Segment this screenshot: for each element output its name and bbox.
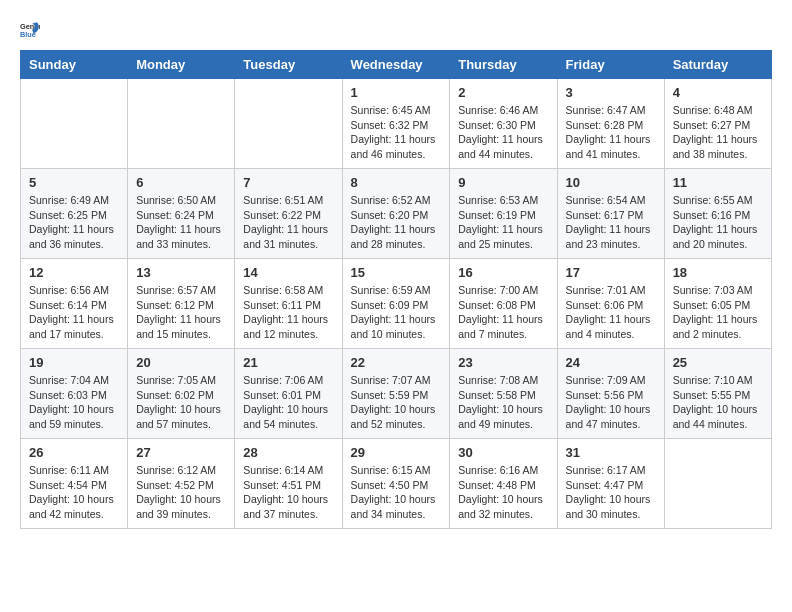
day-info: Sunrise: 6:54 AM [566, 193, 656, 208]
day-info: Daylight: 10 hours and 49 minutes. [458, 402, 548, 431]
day-info: Sunrise: 6:12 AM [136, 463, 226, 478]
day-number: 9 [458, 175, 548, 190]
calendar-cell: 31Sunrise: 6:17 AMSunset: 4:47 PMDayligh… [557, 439, 664, 529]
weekday-header-saturday: Saturday [664, 51, 771, 79]
day-info: Sunset: 4:50 PM [351, 478, 442, 493]
day-info: Sunrise: 6:17 AM [566, 463, 656, 478]
day-info: Daylight: 11 hours and 36 minutes. [29, 222, 119, 251]
day-info: Sunrise: 7:09 AM [566, 373, 656, 388]
calendar-cell: 4Sunrise: 6:48 AMSunset: 6:27 PMDaylight… [664, 79, 771, 169]
day-number: 15 [351, 265, 442, 280]
day-info: Daylight: 10 hours and 39 minutes. [136, 492, 226, 521]
day-number: 23 [458, 355, 548, 370]
week-row-2: 5Sunrise: 6:49 AMSunset: 6:25 PMDaylight… [21, 169, 772, 259]
day-number: 17 [566, 265, 656, 280]
calendar-cell: 26Sunrise: 6:11 AMSunset: 4:54 PMDayligh… [21, 439, 128, 529]
day-info: Daylight: 11 hours and 23 minutes. [566, 222, 656, 251]
day-number: 28 [243, 445, 333, 460]
day-info: Sunset: 6:03 PM [29, 388, 119, 403]
day-info: Sunrise: 6:53 AM [458, 193, 548, 208]
day-info: Sunrise: 6:50 AM [136, 193, 226, 208]
day-info: Daylight: 11 hours and 41 minutes. [566, 132, 656, 161]
day-number: 6 [136, 175, 226, 190]
day-info: Sunset: 6:32 PM [351, 118, 442, 133]
day-info: Sunset: 6:02 PM [136, 388, 226, 403]
logo: General Blue [20, 20, 44, 40]
day-info: Sunrise: 6:51 AM [243, 193, 333, 208]
day-number: 29 [351, 445, 442, 460]
day-info: Sunset: 4:54 PM [29, 478, 119, 493]
day-info: Daylight: 11 hours and 33 minutes. [136, 222, 226, 251]
calendar-cell: 17Sunrise: 7:01 AMSunset: 6:06 PMDayligh… [557, 259, 664, 349]
weekday-header-thursday: Thursday [450, 51, 557, 79]
day-number: 16 [458, 265, 548, 280]
day-info: Daylight: 10 hours and 47 minutes. [566, 402, 656, 431]
day-info: Sunrise: 6:11 AM [29, 463, 119, 478]
day-info: Sunset: 5:56 PM [566, 388, 656, 403]
calendar-cell: 2Sunrise: 6:46 AMSunset: 6:30 PMDaylight… [450, 79, 557, 169]
calendar-cell: 11Sunrise: 6:55 AMSunset: 6:16 PMDayligh… [664, 169, 771, 259]
day-info: Sunset: 6:30 PM [458, 118, 548, 133]
day-number: 8 [351, 175, 442, 190]
weekday-header-sunday: Sunday [21, 51, 128, 79]
calendar-cell: 9Sunrise: 6:53 AMSunset: 6:19 PMDaylight… [450, 169, 557, 259]
calendar-cell [128, 79, 235, 169]
day-info: Daylight: 11 hours and 38 minutes. [673, 132, 763, 161]
calendar-cell: 18Sunrise: 7:03 AMSunset: 6:05 PMDayligh… [664, 259, 771, 349]
day-info: Sunset: 6:24 PM [136, 208, 226, 223]
day-info: Daylight: 11 hours and 12 minutes. [243, 312, 333, 341]
day-info: Sunrise: 7:10 AM [673, 373, 763, 388]
day-info: Sunrise: 7:06 AM [243, 373, 333, 388]
weekday-header-tuesday: Tuesday [235, 51, 342, 79]
calendar-cell: 16Sunrise: 7:00 AMSunset: 6:08 PMDayligh… [450, 259, 557, 349]
day-info: Sunset: 6:11 PM [243, 298, 333, 313]
day-info: Sunset: 4:52 PM [136, 478, 226, 493]
calendar-cell: 13Sunrise: 6:57 AMSunset: 6:12 PMDayligh… [128, 259, 235, 349]
calendar-cell: 14Sunrise: 6:58 AMSunset: 6:11 PMDayligh… [235, 259, 342, 349]
day-info: Sunrise: 6:59 AM [351, 283, 442, 298]
day-info: Daylight: 10 hours and 52 minutes. [351, 402, 442, 431]
day-number: 27 [136, 445, 226, 460]
calendar-cell: 15Sunrise: 6:59 AMSunset: 6:09 PMDayligh… [342, 259, 450, 349]
calendar-cell: 23Sunrise: 7:08 AMSunset: 5:58 PMDayligh… [450, 349, 557, 439]
calendar-cell: 5Sunrise: 6:49 AMSunset: 6:25 PMDaylight… [21, 169, 128, 259]
calendar-cell: 27Sunrise: 6:12 AMSunset: 4:52 PMDayligh… [128, 439, 235, 529]
day-info: Daylight: 11 hours and 20 minutes. [673, 222, 763, 251]
weekday-header-friday: Friday [557, 51, 664, 79]
day-info: Sunrise: 6:52 AM [351, 193, 442, 208]
week-row-4: 19Sunrise: 7:04 AMSunset: 6:03 PMDayligh… [21, 349, 772, 439]
day-info: Sunrise: 6:55 AM [673, 193, 763, 208]
day-info: Sunrise: 6:48 AM [673, 103, 763, 118]
day-info: Sunrise: 6:15 AM [351, 463, 442, 478]
day-info: Daylight: 11 hours and 4 minutes. [566, 312, 656, 341]
day-info: Sunrise: 7:05 AM [136, 373, 226, 388]
calendar-cell: 12Sunrise: 6:56 AMSunset: 6:14 PMDayligh… [21, 259, 128, 349]
day-info: Sunrise: 6:58 AM [243, 283, 333, 298]
day-number: 24 [566, 355, 656, 370]
calendar-cell: 8Sunrise: 6:52 AMSunset: 6:20 PMDaylight… [342, 169, 450, 259]
header: General Blue [20, 20, 772, 40]
day-number: 26 [29, 445, 119, 460]
day-number: 1 [351, 85, 442, 100]
day-info: Sunset: 6:09 PM [351, 298, 442, 313]
day-info: Daylight: 11 hours and 31 minutes. [243, 222, 333, 251]
calendar-cell: 6Sunrise: 6:50 AMSunset: 6:24 PMDaylight… [128, 169, 235, 259]
day-info: Daylight: 11 hours and 7 minutes. [458, 312, 548, 341]
day-info: Sunset: 5:59 PM [351, 388, 442, 403]
day-info: Sunrise: 6:49 AM [29, 193, 119, 208]
day-info: Sunset: 6:17 PM [566, 208, 656, 223]
week-row-5: 26Sunrise: 6:11 AMSunset: 4:54 PMDayligh… [21, 439, 772, 529]
day-info: Sunrise: 6:16 AM [458, 463, 548, 478]
day-info: Daylight: 11 hours and 2 minutes. [673, 312, 763, 341]
day-info: Sunrise: 6:14 AM [243, 463, 333, 478]
day-info: Sunset: 6:01 PM [243, 388, 333, 403]
day-number: 30 [458, 445, 548, 460]
calendar-cell [664, 439, 771, 529]
calendar-cell: 10Sunrise: 6:54 AMSunset: 6:17 PMDayligh… [557, 169, 664, 259]
week-row-3: 12Sunrise: 6:56 AMSunset: 6:14 PMDayligh… [21, 259, 772, 349]
day-info: Sunset: 5:55 PM [673, 388, 763, 403]
calendar-cell: 7Sunrise: 6:51 AMSunset: 6:22 PMDaylight… [235, 169, 342, 259]
calendar-cell: 19Sunrise: 7:04 AMSunset: 6:03 PMDayligh… [21, 349, 128, 439]
day-info: Sunset: 6:16 PM [673, 208, 763, 223]
day-info: Sunrise: 6:57 AM [136, 283, 226, 298]
